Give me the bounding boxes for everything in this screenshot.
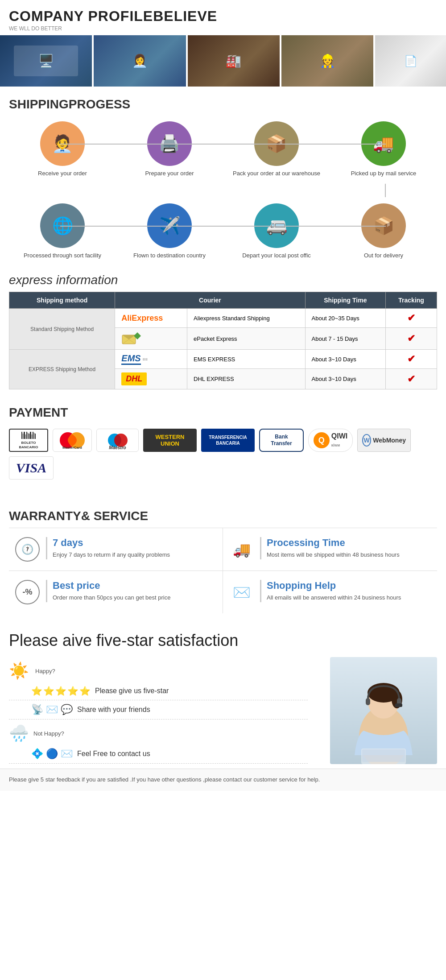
step-sort: 🌐 Processed through sort facility — [11, 203, 114, 260]
epacket-tracking-cell: ✔ — [386, 328, 437, 350]
company-photo-4: 👷 — [281, 35, 373, 87]
step-depart-label: Depart your local post offic — [242, 252, 311, 260]
svg-rect-12 — [395, 703, 402, 707]
processing-desc: Most items will be shipped within 48 bus… — [267, 550, 400, 559]
dhl-logo-cell: DHL — [115, 369, 187, 389]
feedback-note: Please give 5 star feedback if you are s… — [0, 769, 446, 791]
boleto-logo: BOLETOBANCARIO — [9, 429, 48, 452]
step-prepare-label: Prepare your order — [145, 170, 194, 178]
step-flown-label: Flown to destination country — [133, 252, 206, 260]
sun-icon: ☀️ — [9, 662, 29, 680]
processing-content: Processing Time Most items will be shipp… — [260, 537, 400, 559]
epacket-time-cell: About 7 - 15 Days — [305, 328, 386, 350]
transferencia-logo: TRANSFERENCIABANCARIA — [201, 429, 255, 452]
dhl-name-cell: DHL EXPRESS — [187, 369, 305, 389]
phone-icon: 💠 — [31, 748, 43, 760]
processing-title: Processing Time — [267, 537, 400, 549]
five-star-content: ☀️ Happy? ⭐ ⭐ ⭐ ⭐ ⭐ Please give us five-… — [9, 657, 437, 764]
shopping-help-content: Shopping Help All emails will be answere… — [260, 580, 401, 602]
step-receive-label: Receive your order — [38, 170, 87, 178]
five-star-rating-row: ⭐ ⭐ ⭐ ⭐ ⭐ Please give us five-star — [9, 682, 308, 700]
bestprice-desc: Order more than 50pcs you can get best p… — [53, 593, 170, 602]
step-pickup: 🚚 Picked up by mail service — [332, 121, 435, 178]
warranty-7days: 🕐 7 7 days Enjoy 7 days to returm if any… — [9, 528, 223, 571]
webmoney-logo: W WebMoney — [357, 429, 411, 452]
visa-logo: VISA — [9, 456, 54, 480]
table-row: Standard Shipping Method AliExpress Alie… — [9, 309, 437, 328]
bestprice-highlight: Best price — [53, 580, 170, 591]
chat-icon: 💬 — [61, 704, 73, 715]
bestprice-content: Best price Order more than 50pcs you can… — [46, 580, 170, 602]
share-row: 📡 ✉️ 💬 Share with your friends — [9, 700, 308, 719]
skype-icon: 🔵 — [46, 748, 58, 760]
shipping-progress-title: SHIPPINGPROGESS — [0, 87, 446, 117]
col-method: Shipping method — [9, 292, 115, 309]
shopping-help-icon: ✉️ — [229, 580, 254, 604]
payment-section: PAYMENT BOLETOBANCARIO — [0, 389, 446, 493]
ali-logo-cell: AliExpress — [115, 309, 187, 328]
share-text: Share with your friends — [77, 706, 150, 714]
connector-vertical — [385, 184, 386, 197]
step-pickup-label: Picked up by mail service — [351, 170, 417, 178]
bank-transfer-text: BankTransfer — [271, 434, 292, 447]
7-label: 7 — [26, 546, 29, 553]
person-silhouette — [339, 666, 428, 764]
maestro-text: Maestro — [109, 445, 126, 450]
barcode-icon — [21, 431, 36, 439]
contact-row: 💠 🔵 ✉️ Feel Free to contact us — [9, 744, 308, 764]
qiwi-circle: Q — [314, 432, 330, 448]
ali-time-cell: About 20~35 Days — [305, 309, 386, 328]
service-person-area — [312, 657, 437, 764]
email-icon: ✉️ — [61, 748, 73, 760]
epacket-logo-cell — [115, 328, 187, 350]
step-flown: ✈️ Flown to destination country — [118, 203, 221, 260]
epacket-name-cell: ePacket Express — [187, 328, 305, 350]
happy-row: ☀️ Happy? — [9, 657, 308, 682]
five-star-rows: ☀️ Happy? ⭐ ⭐ ⭐ ⭐ ⭐ Please give us five-… — [9, 657, 308, 764]
tracking-check-icon: ✔ — [407, 353, 415, 364]
qiwi-text: QIWIкiwи — [331, 432, 347, 448]
cloud-icon: 🌧️ — [9, 724, 29, 743]
table-row: EXPRESS Shipping Method EMS ≡≡ EMS EXPRE… — [9, 350, 437, 369]
contact-text: Feel Free to contact us — [77, 750, 150, 758]
service-person-image — [330, 657, 437, 764]
boleto-text: BOLETOBANCARIO — [19, 441, 38, 449]
warranty-title: WARRANTY& SERVICE — [9, 502, 437, 528]
company-photo-3: 🏭 — [188, 35, 280, 87]
dhl-logo: DHL — [121, 372, 147, 385]
shopping-help-desc: All emails will be answered within 24 bu… — [267, 593, 401, 602]
company-photo-2: 👩‍💼 — [94, 35, 186, 87]
warranty-bestprice: -% Best price Order more than 50pcs you … — [9, 571, 223, 613]
ems-logo: EMS ≡≡ — [121, 353, 181, 365]
ali-name-cell: Aliexpress Standard Shipping — [187, 309, 305, 328]
step-sort-label: Processed through sort facility — [24, 252, 101, 260]
payment-title: PAYMENT — [9, 398, 437, 424]
step-pack-label: Pack your order at our warehouse — [233, 170, 320, 178]
ems-name-cell: EMS EXPRESS — [187, 350, 305, 369]
tracking-check-icon: ✔ — [407, 312, 415, 323]
aliexpress-logo: AliExpress — [121, 314, 163, 323]
warranty-processing: 🚚 Processing Time Most items will be shi… — [223, 528, 437, 571]
warranty-section: WARRANTY& SERVICE 🕐 7 7 days Enjoy 7 day… — [0, 493, 446, 622]
row-connector — [9, 182, 437, 199]
payment-logos: BOLETOBANCARIO MasterCard Maestro WESTER… — [9, 424, 437, 484]
epacket-icon — [121, 331, 141, 346]
not-happy-label: Not Happy? — [33, 730, 64, 737]
warranty-grid: 🕐 7 7 days Enjoy 7 days to returm if any… — [9, 528, 437, 613]
star-2: ⭐ — [43, 686, 54, 696]
step-prepare: 🖨️ Prepare your order — [118, 121, 221, 178]
col-courier: Courier — [115, 292, 305, 309]
five-star-section: Please aive five-star satisfaction ☀️ Ha… — [0, 622, 446, 769]
company-header: COMPANY PROFILEBELIEVE WE WLL DO BETTER — [0, 0, 446, 35]
ems-tracking-cell: ✔ — [386, 350, 437, 369]
epacket-logo — [121, 331, 181, 346]
col-tracking: Tracking — [386, 292, 437, 309]
not-happy-row: 🌧️ Not Happy? — [9, 719, 308, 744]
svg-rect-14 — [362, 749, 405, 762]
maestro-logo: Maestro — [96, 429, 139, 452]
five-star-title: Please aive five-star satisfaction — [9, 631, 437, 650]
dhl-tracking-cell: ✔ — [386, 369, 437, 389]
wu-logo: WESTERNUNION — [143, 429, 197, 452]
step-pack: 📦 Pack your order at our warehouse — [225, 121, 328, 178]
step-receive: 🧑‍💼 Receive your order — [11, 121, 114, 178]
